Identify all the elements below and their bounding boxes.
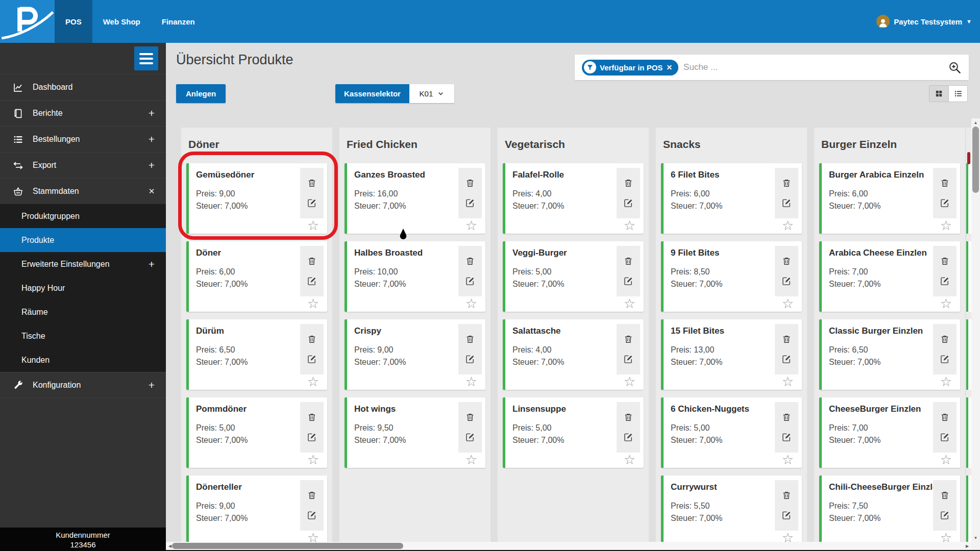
- edit-product-button[interactable]: [307, 510, 317, 520]
- delete-product-button[interactable]: [307, 490, 317, 500]
- edit-product-button[interactable]: [623, 276, 633, 286]
- sidebar-subitem-räume[interactable]: Räume: [0, 300, 166, 324]
- collapse-x-icon[interactable]: ✕: [146, 187, 157, 196]
- favorite-star-icon[interactable]: ☆: [624, 297, 635, 310]
- edit-product-button[interactable]: [623, 432, 633, 442]
- product-card[interactable]: CurrywurstPreis: 5,50Steuer: 7,00%☆: [661, 475, 802, 546]
- topbar-tab-web-shop[interactable]: Web Shop: [92, 0, 151, 43]
- product-card[interactable]: DönerPreis: 6,00Steuer: 7,00%☆: [186, 241, 327, 312]
- sidebar-subitem-happy-hour[interactable]: Happy Hour: [0, 276, 166, 300]
- topbar-tab-pos[interactable]: POS: [55, 0, 92, 43]
- favorite-star-icon[interactable]: ☆: [465, 375, 477, 388]
- product-card[interactable]: LinsensuppePreis: 5,00Steuer: 7,00%☆: [503, 397, 644, 468]
- edit-product-button[interactable]: [307, 354, 317, 364]
- favorite-star-icon[interactable]: ☆: [465, 453, 477, 466]
- favorite-star-icon[interactable]: ☆: [624, 375, 635, 388]
- expand-plus-icon[interactable]: +: [146, 258, 157, 270]
- product-card[interactable]: Ganzes BroastedPreis: 16,00Steuer: 7,00%…: [345, 163, 485, 234]
- favorite-star-icon[interactable]: ☆: [782, 453, 794, 466]
- favorite-star-icon[interactable]: ☆: [307, 453, 319, 466]
- favorite-star-icon[interactable]: ☆: [940, 219, 952, 232]
- edit-product-button[interactable]: [781, 198, 792, 208]
- topbar-tab-finanzen[interactable]: Finanzen: [151, 0, 206, 43]
- anlegen-button[interactable]: Anlegen: [176, 84, 226, 103]
- delete-product-button[interactable]: [940, 490, 950, 500]
- favorite-star-icon[interactable]: ☆: [940, 297, 952, 310]
- favorite-star-icon[interactable]: ☆: [624, 453, 635, 466]
- product-card[interactable]: Falafel-RollePreis: 4,00Steuer: 7,00%☆: [503, 163, 644, 234]
- delete-product-button[interactable]: [623, 412, 633, 422]
- sidebar-item-dashboard[interactable]: Dashboard: [0, 74, 166, 100]
- sidebar-subitem-erweiterte-einstellungen[interactable]: Erweiterte Einstellungen+: [0, 252, 166, 276]
- scroll-down-icon[interactable]: ▼: [971, 534, 980, 542]
- delete-product-button[interactable]: [623, 334, 633, 344]
- edit-product-button[interactable]: [465, 432, 475, 442]
- vertical-scrollbar-thumb[interactable]: [972, 127, 979, 193]
- delete-product-button[interactable]: [465, 334, 475, 344]
- delete-product-button[interactable]: [623, 256, 633, 266]
- product-card[interactable]: Hot wingsPreis: 9,50Steuer: 7,00%☆: [345, 397, 485, 468]
- edit-product-button[interactable]: [307, 276, 317, 286]
- delete-product-button[interactable]: [465, 256, 475, 266]
- delete-product-button[interactable]: [307, 256, 317, 266]
- edit-product-button[interactable]: [623, 198, 633, 208]
- product-card[interactable]: GemüsedönerPreis: 9,00Steuer: 7,00%☆: [186, 163, 327, 234]
- edit-product-button[interactable]: [465, 276, 475, 286]
- favorite-star-icon[interactable]: ☆: [782, 219, 794, 232]
- delete-product-button[interactable]: [781, 412, 792, 422]
- delete-product-button[interactable]: [307, 178, 317, 188]
- sidebar-item-bestellungen[interactable]: Bestellungen+: [0, 126, 166, 152]
- search-icon[interactable]: [948, 61, 962, 74]
- edit-product-button[interactable]: [465, 198, 475, 208]
- delete-product-button[interactable]: [940, 334, 950, 344]
- list-view-button[interactable]: [948, 86, 967, 102]
- delete-product-button[interactable]: [940, 256, 950, 266]
- sidebar-item-berichte[interactable]: Berichte+: [0, 100, 166, 126]
- product-card[interactable]: Chili-CheeseBurger EinzlenPreis: 7,50Ste…: [819, 475, 960, 546]
- product-card[interactable]: 9 Filet BitesPreis: 8,50Steuer: 7,00%☆: [661, 241, 802, 312]
- horizontal-scrollbar-thumb[interactable]: [172, 543, 403, 549]
- grid-view-button[interactable]: [929, 86, 948, 102]
- edit-product-button[interactable]: [781, 276, 792, 286]
- favorite-star-icon[interactable]: ☆: [465, 297, 477, 310]
- product-card[interactable]: CheeseBurger EinzlenPreis: 7,00Steuer: 7…: [819, 397, 960, 468]
- menu-toggle-button[interactable]: [134, 46, 158, 70]
- favorite-star-icon[interactable]: ☆: [940, 453, 952, 466]
- sidebar-subitem-kunden[interactable]: Kunden: [0, 348, 166, 372]
- scroll-up-icon[interactable]: ▲: [971, 118, 980, 127]
- delete-product-button[interactable]: [781, 256, 792, 266]
- delete-product-button[interactable]: [465, 412, 475, 422]
- sidebar-item-konfiguration[interactable]: Konfiguration+: [0, 372, 166, 398]
- edit-product-button[interactable]: [940, 198, 950, 208]
- app-logo[interactable]: [0, 0, 55, 43]
- edit-product-button[interactable]: [940, 354, 950, 364]
- search-input[interactable]: Suche ...: [683, 62, 948, 72]
- edit-product-button[interactable]: [781, 354, 792, 364]
- delete-product-button[interactable]: [781, 334, 792, 344]
- delete-product-button[interactable]: [940, 412, 950, 422]
- favorite-star-icon[interactable]: ☆: [307, 297, 319, 310]
- favorite-star-icon[interactable]: ☆: [307, 219, 319, 232]
- sidebar-item-stammdaten[interactable]: Stammdaten✕: [0, 178, 166, 204]
- product-card[interactable]: 15 Filet BitesPreis: 13,00Steuer: 7,00%☆: [661, 319, 802, 390]
- product-card[interactable]: Veggi-BurgerPreis: 5,00Steuer: 7,00%☆: [503, 241, 644, 312]
- expand-plus-icon[interactable]: +: [146, 379, 157, 391]
- horizontal-scrollbar[interactable]: ◀ ▶: [166, 542, 971, 550]
- edit-product-button[interactable]: [940, 276, 950, 286]
- sidebar-subitem-produktgruppen[interactable]: Produktgruppen: [0, 204, 166, 228]
- sidebar-subitem-produkte[interactable]: Produkte: [0, 228, 166, 252]
- filter-chip[interactable]: Verfügbar in POS ✕: [582, 60, 678, 76]
- sidebar-subitem-tische[interactable]: Tische: [0, 324, 166, 348]
- expand-plus-icon[interactable]: +: [146, 107, 157, 119]
- edit-product-button[interactable]: [307, 432, 317, 442]
- edit-product-button[interactable]: [465, 354, 475, 364]
- product-card[interactable]: DönertellerPreis: 9,00Steuer: 7,00%☆: [186, 475, 327, 546]
- edit-product-button[interactable]: [781, 432, 792, 442]
- delete-product-button[interactable]: [307, 334, 317, 344]
- product-card[interactable]: 6 Filet BitesPreis: 6,00Steuer: 7,00%☆: [661, 163, 802, 234]
- edit-product-button[interactable]: [781, 510, 792, 520]
- scroll-right-icon[interactable]: ▶: [963, 542, 971, 550]
- expand-plus-icon[interactable]: +: [146, 159, 157, 171]
- delete-product-button[interactable]: [465, 178, 475, 188]
- delete-product-button[interactable]: [623, 178, 633, 188]
